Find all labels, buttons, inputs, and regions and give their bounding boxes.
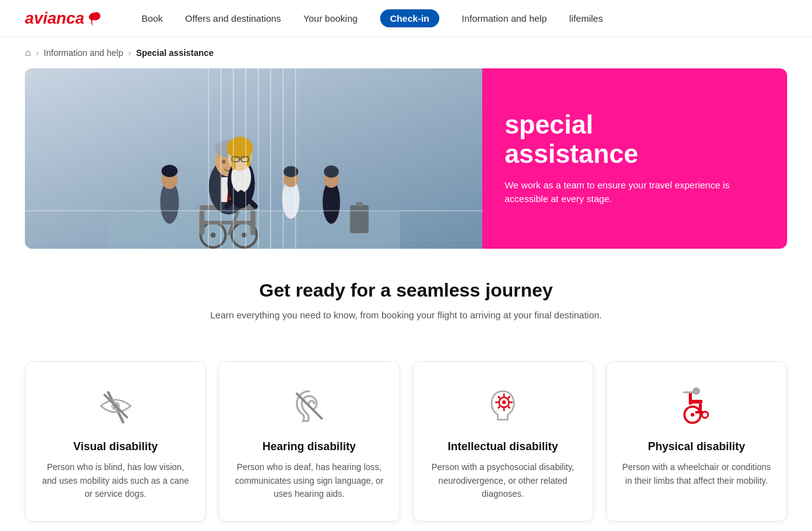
svg-line-51: [498, 407, 500, 408]
svg-line-49: [498, 397, 500, 398]
hearing-disability-icon: [287, 384, 331, 428]
svg-point-58: [691, 413, 694, 417]
hero-title: special assistance: [505, 111, 765, 168]
nav-item-checkin[interactable]: Check-in: [380, 13, 439, 24]
visual-card-desc: Person who is blind, has low vision, and…: [40, 461, 190, 501]
nav-item-lifemiles[interactable]: lifemiles: [569, 13, 603, 24]
logo-link[interactable]: avianca: [25, 9, 104, 28]
card-visual[interactable]: Visual disability Person who is blind, h…: [25, 361, 206, 522]
hero-content: special assistance We work as a team to …: [482, 68, 787, 249]
intellectual-card-desc: Person with a psychosocial disability, n…: [428, 461, 578, 501]
nav-link-booking[interactable]: Your booking: [304, 13, 358, 24]
disability-cards-grid: Visual disability Person who is blind, h…: [0, 361, 812, 531]
checkin-button[interactable]: Check-in: [380, 9, 439, 27]
section-heading: Get ready for a seamless journey: [25, 280, 787, 301]
nav-item-offers[interactable]: Offers and destinations: [185, 13, 281, 24]
nav-link-lifemiles[interactable]: lifemiles: [569, 13, 603, 24]
breadcrumb-info-link[interactable]: Information and help: [44, 48, 123, 58]
hearing-card-desc: Person who is deaf, has hearing loss, co…: [234, 461, 384, 501]
intellectual-card-title: Intellectual disability: [448, 440, 558, 453]
visual-card-title: Visual disability: [73, 440, 158, 453]
hero-image: [25, 68, 482, 249]
breadcrumb-sep-1: ›: [36, 48, 39, 58]
physical-card-title: Physical disability: [648, 440, 745, 453]
nav-link-info[interactable]: Information and help: [462, 13, 547, 24]
hearing-card-title: Hearing disability: [263, 440, 356, 453]
intellectual-disability-icon: [481, 384, 525, 428]
nav-links-list: Book Offers and destinations Your bookin…: [141, 13, 603, 24]
svg-line-42: [297, 394, 322, 418]
svg-point-29: [162, 165, 178, 177]
svg-point-44: [502, 400, 506, 404]
visual-disability-icon: [94, 384, 138, 428]
nav-item-info[interactable]: Information and help: [462, 13, 547, 24]
card-hearing[interactable]: Hearing disability Person who is deaf, h…: [218, 361, 399, 522]
home-icon[interactable]: ⌂: [25, 47, 31, 58]
card-intellectual[interactable]: Intellectual disability Person with a ps…: [413, 361, 594, 522]
svg-line-41: [105, 395, 127, 417]
nav-link-offers[interactable]: Offers and destinations: [185, 13, 281, 24]
breadcrumb: ⌂ › Information and help › Special assis…: [0, 37, 812, 68]
nav-item-book[interactable]: Book: [141, 13, 162, 24]
svg-point-61: [693, 387, 700, 395]
card-physical[interactable]: Physical disability Person with a wheelc…: [606, 361, 787, 522]
hero-banner: special assistance We work as a team to …: [25, 68, 787, 249]
main-nav: avianca Book Offers and destinations You…: [0, 0, 812, 37]
svg-line-52: [508, 397, 510, 398]
svg-point-59: [702, 412, 708, 418]
main-section: Get ready for a seamless journey Learn e…: [0, 249, 812, 361]
nav-item-booking[interactable]: Your booking: [304, 13, 358, 24]
physical-disability-icon: [674, 384, 718, 428]
svg-line-50: [508, 407, 510, 408]
section-subtitle: Learn everything you need to know, from …: [25, 310, 787, 320]
physical-card-desc: Person with a wheelchair or conditions i…: [622, 461, 772, 487]
breadcrumb-sep-2: ›: [128, 48, 131, 58]
logo-bird-icon: [86, 10, 104, 27]
hero-subtitle: We work as a team to ensure your travel …: [505, 178, 765, 206]
logo-text: avianca: [25, 9, 84, 28]
nav-link-book[interactable]: Book: [141, 13, 162, 24]
breadcrumb-current: Special assistance: [136, 48, 214, 58]
svg-rect-54: [689, 392, 692, 405]
